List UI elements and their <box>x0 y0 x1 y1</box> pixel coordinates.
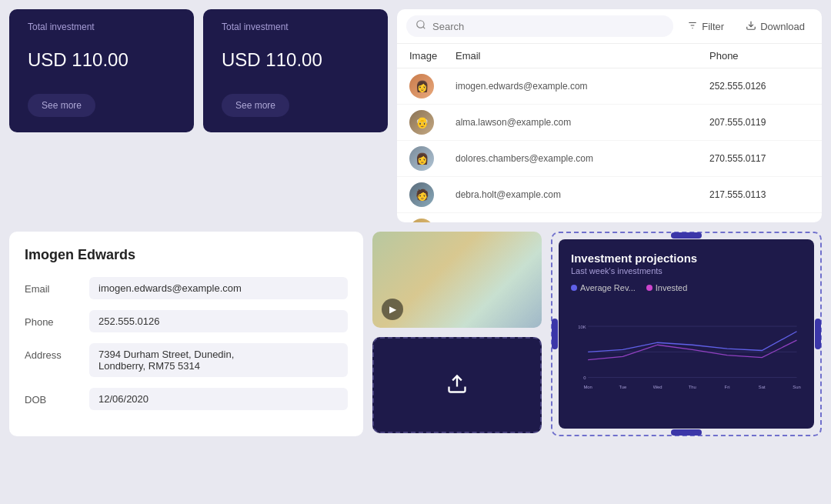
phone-label: Phone <box>25 310 78 328</box>
col-image: Image <box>409 50 456 62</box>
search-input[interactable] <box>432 21 664 32</box>
media-cards-column: ▶ <box>372 232 542 436</box>
legend-2: Invested <box>646 283 688 292</box>
svg-text:0: 0 <box>583 375 586 380</box>
table-header: Image Email Phone <box>397 44 822 68</box>
legend-2-dot <box>646 285 652 291</box>
card-2-label: Total investment <box>222 22 369 32</box>
photo-card: ▶ <box>372 232 542 328</box>
svg-text:Wed: Wed <box>653 385 662 389</box>
svg-text:Tue: Tue <box>619 385 626 389</box>
scroll-bottom <box>671 429 702 436</box>
search-icon <box>416 19 426 33</box>
download-label: Download <box>760 21 805 32</box>
col-phone: Phone <box>709 50 809 62</box>
contact-card: Imogen Edwards Email Phone Address DOB <box>9 232 363 436</box>
svg-point-0 <box>417 21 424 28</box>
table-body: 👩 imogen.edwards@example.com 252.555.012… <box>397 68 822 222</box>
phone-cell: 207.555.0119 <box>709 117 809 128</box>
legend-1-dot <box>571 285 577 291</box>
svg-text:Mon: Mon <box>583 385 592 389</box>
chart-svg: 010KMonTueWedThuFriSatSun <box>571 299 802 416</box>
legend-2-label: Invested <box>656 283 688 292</box>
chart-title: Investment projections <box>571 252 802 265</box>
svg-line-1 <box>423 27 426 29</box>
avatar: 👩 <box>409 74 434 98</box>
legend-1-label: Average Rev... <box>580 283 636 292</box>
svg-text:Thu: Thu <box>689 385 696 389</box>
contact-name: Imogen Edwards <box>25 247 348 263</box>
table-row[interactable]: 👩 bill.sanders@example.com 480.555.0103 <box>397 213 822 222</box>
search-wrap[interactable] <box>406 15 673 37</box>
card-2-see-more[interactable]: See more <box>222 94 289 117</box>
filter-button[interactable]: Filter <box>679 17 732 36</box>
play-button[interactable]: ▶ <box>382 299 403 320</box>
email-row: Email <box>25 277 348 299</box>
email-input[interactable] <box>89 277 348 299</box>
avatar: 👩 <box>409 219 434 222</box>
svg-text:10K: 10K <box>578 325 586 329</box>
dob-input[interactable] <box>89 388 348 410</box>
svg-text:Fri: Fri <box>725 385 730 389</box>
avatar: 🧑 <box>409 182 434 207</box>
play-icon: ▶ <box>389 304 396 315</box>
download-icon <box>746 20 756 33</box>
card-2-amount: USD 110.00 <box>222 49 369 71</box>
phone-row: Phone <box>25 310 348 332</box>
table-row[interactable]: 👩 dolores.chambers@example.com 270.555.0… <box>397 141 822 177</box>
upload-card[interactable] <box>372 337 542 433</box>
table-search-bar: Filter Download <box>397 9 822 44</box>
scroll-top <box>671 232 702 239</box>
table-row[interactable]: 🧑 debra.holt@example.com 217.555.0113 <box>397 177 822 213</box>
address-input[interactable] <box>89 343 348 377</box>
phone-input[interactable] <box>89 310 348 332</box>
card-1-label: Total investment <box>28 22 175 32</box>
upload-icon-wrap <box>446 373 468 398</box>
address-label: Address <box>25 343 78 361</box>
filter-label: Filter <box>702 21 724 32</box>
download-button[interactable]: Download <box>738 17 813 36</box>
chart-legend: Average Rev... Invested <box>571 283 802 292</box>
email-cell: alma.lawson@example.com <box>456 117 709 128</box>
table-row[interactable]: 👩 imogen.edwards@example.com 252.555.012… <box>397 68 822 105</box>
col-email: Email <box>456 50 709 62</box>
phone-cell: 252.555.0126 <box>709 81 809 92</box>
dob-label: DOB <box>25 388 78 406</box>
card-1-amount: USD 110.00 <box>28 49 175 71</box>
email-cell: debra.holt@example.com <box>456 189 709 200</box>
address-row: Address <box>25 343 348 377</box>
scroll-right <box>815 319 821 349</box>
table-row[interactable]: 👴 alma.lawson@example.com 207.555.0119 <box>397 105 822 141</box>
phone-cell: 270.555.0117 <box>709 153 809 164</box>
chart-subtitle: Last week's investments <box>571 266 802 275</box>
contacts-table-panel: Filter Download Image Email Phone 👩 imog… <box>397 9 822 222</box>
upload-icon <box>446 373 468 398</box>
legend-1: Average Rev... <box>571 283 636 292</box>
chart-area: 010KMonTueWedThuFriSatSun <box>571 299 802 416</box>
chart-card: Investment projections Last week's inves… <box>559 239 814 429</box>
svg-text:Sat: Sat <box>759 385 766 389</box>
dob-row: DOB <box>25 388 348 410</box>
avatar: 👩 <box>409 146 434 171</box>
email-cell: imogen.edwards@example.com <box>456 81 709 92</box>
avatar: 👴 <box>409 110 434 135</box>
phone-cell: 217.555.0113 <box>709 189 809 200</box>
email-label: Email <box>25 277 78 295</box>
scroll-left <box>552 319 558 349</box>
chart-panel-outer: Investment projections Last week's inves… <box>551 232 822 436</box>
filter-icon <box>687 20 698 33</box>
email-cell: dolores.chambers@example.com <box>456 153 709 164</box>
svg-text:Sun: Sun <box>793 385 800 389</box>
investment-card-1: Total investment USD 110.00 See more <box>9 9 194 132</box>
investment-card-2: Total investment USD 110.00 See more <box>203 9 388 132</box>
card-1-see-more[interactable]: See more <box>28 94 95 117</box>
